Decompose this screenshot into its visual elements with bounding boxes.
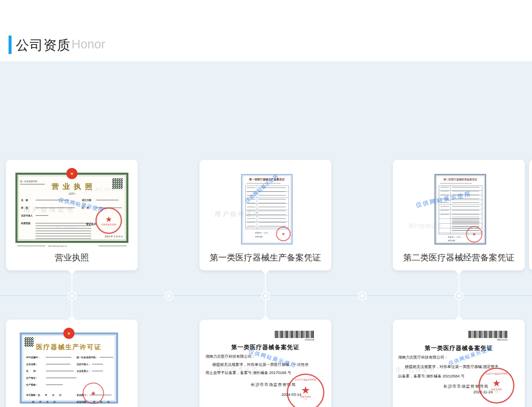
gray-watermark: 用户自传证书 xyxy=(217,366,259,373)
text-line-placeholder xyxy=(46,371,74,371)
field-label: 住 所： xyxy=(26,370,38,373)
stamp-ring-text: 长沙市市场监督管理局 xyxy=(480,372,513,375)
cert-title: 第二类医疗器械经营备案凭证 xyxy=(436,178,485,182)
text-lines-placeholder xyxy=(17,245,45,248)
timeline-dot xyxy=(167,294,171,298)
card-class1-record-2022[interactable]: RBSXOCR1 第一类医疗器械备案凭证 湖南力宾医疗科技有限公司： 根据相关法… xyxy=(393,320,525,407)
licence-period-line2: 至 年 月 日 xyxy=(32,401,56,404)
red-stamp-icon: ★ xyxy=(466,226,482,242)
barcode-label: 07MION48 xyxy=(275,339,314,341)
red-stamp-icon: ★ xyxy=(276,227,291,241)
text-line-placeholder xyxy=(46,377,77,378)
record-date-label: 备案日期： xyxy=(448,239,457,242)
gray-watermark: 用户自传证书 xyxy=(408,222,442,230)
record-dept-label: 备案部门（公章）： xyxy=(448,236,464,238)
faint-watermark: SCJDGL xyxy=(55,224,80,230)
text-line-placeholder xyxy=(92,364,103,365)
card-business-license[interactable]: ★ 统一社会信用代码 营业执照 （副本） 名 称 类 型 法定代表人 经营范围 … xyxy=(6,160,138,270)
timeline-dot xyxy=(360,294,364,298)
text-line-placeholder xyxy=(36,215,48,216)
gray-watermark: 用户自传证书 xyxy=(215,210,261,218)
red-stamp-icon: ★ xyxy=(83,383,104,404)
red-stamp-icon: 长沙市市场监督管理局 ★ 审核专用章 1-3 xyxy=(479,368,514,404)
gray-watermark: 用户自传证书 xyxy=(395,367,435,374)
card-class1-production-record[interactable]: 第一类医疗器械生产备案凭证 备案部门（公章）： 备案日期： ★ 用户自传证书 仅… xyxy=(199,160,331,270)
text-line-placeholder xyxy=(46,357,71,358)
registrar-label: 登记机关 xyxy=(86,222,96,226)
footer-url: http://www.gsxt.gov.cn xyxy=(48,245,67,247)
card-tail-down xyxy=(68,270,76,275)
section-title: 公司资质 xyxy=(16,36,71,54)
gray-watermark: 用户自传证书 xyxy=(24,206,75,214)
stamp-ring-text: 长沙市市场监督管理局 xyxy=(288,378,323,381)
issue-date: 2024-03-14 xyxy=(282,392,301,397)
section-subtitle: Honor xyxy=(71,37,105,51)
issue-date: 2022-11-24 xyxy=(473,390,493,394)
stamp-sub-label: 1-3 xyxy=(304,398,307,400)
text-lines-placeholder xyxy=(259,187,286,227)
text-line-placeholder xyxy=(440,183,472,184)
card-tail-down xyxy=(262,270,269,275)
cert-subtitle: （副本） xyxy=(18,192,126,196)
card-production-licence[interactable]: ★ 医疗器械生产许可证 许可证编号： 企业名称： 住 所： 生产地址： 生产范围… xyxy=(6,320,138,407)
field-label: 法定代表人 xyxy=(21,214,33,217)
field-label: 许可证编号： xyxy=(26,356,40,359)
cert-title: 第一类医疗器械备案凭证 xyxy=(393,344,525,352)
text-line-placeholder xyxy=(46,384,63,385)
national-emblem-icon: ★ xyxy=(66,168,77,179)
text-line-placeholder xyxy=(100,357,113,358)
card-class1-record-2024[interactable]: 07MION48 第一类医疗器械备案凭证 湖南力宾医疗科技有限公司： 根据相关法… xyxy=(199,320,331,407)
page: { "header": { "title": "公司资质", "subtitle… xyxy=(0,0,532,407)
timeline-dot xyxy=(264,294,267,298)
barcode-label: RBSXOCR1 xyxy=(468,339,508,341)
record-date-label: 备案日期： xyxy=(255,236,264,238)
card-caption: 营业执照 xyxy=(6,252,138,263)
body-line: 以备案，备案号:湘长械备 20210584 号 xyxy=(398,374,465,379)
issue-date: 2023 年 3 月 9 日 xyxy=(105,235,123,238)
card-tail-up xyxy=(455,315,463,320)
accent-bar xyxy=(9,36,12,54)
licence-period-line: 许可期限：自 年 月 日 xyxy=(26,394,62,397)
field-label: 经营范围 xyxy=(21,222,30,225)
barcode-icon xyxy=(275,331,314,338)
record-dept-label: 备案部门（公章）： xyxy=(255,232,271,234)
card-caption: 第二类医疗器械经营备案凭证 xyxy=(393,252,525,263)
card-tail-up xyxy=(68,315,76,320)
national-emblem-icon: ★ xyxy=(63,328,74,339)
text-line-placeholder xyxy=(92,371,103,371)
field-label: 企业名称： xyxy=(26,363,38,366)
body-line: 湖南力宾医疗科技有限公司： xyxy=(398,355,448,360)
stamp-label: 行政审批专用章 xyxy=(101,223,116,226)
card-tail-up xyxy=(262,315,269,320)
page-header: 公司资质 Honor xyxy=(0,0,532,61)
honor-section: ★ 统一社会信用代码 营业执照 （副本） 名 称 类 型 法定代表人 经营范围 … xyxy=(0,61,532,407)
stamp-sub-label: 1-3 xyxy=(495,391,498,393)
card-tail-down xyxy=(455,270,463,275)
barcode-icon xyxy=(468,331,508,338)
field-label: 名 称 xyxy=(21,199,28,202)
text-line-placeholder xyxy=(96,200,119,201)
field-label: 企业负责人： xyxy=(77,370,91,373)
card-caption: 第一类医疗器械生产备案凭证 xyxy=(199,252,331,263)
text-lines-placeholder xyxy=(98,245,127,248)
business-license-image: ★ 统一社会信用代码 营业执照 （副本） 名 称 类 型 法定代表人 经营范围 … xyxy=(15,173,128,243)
timeline-dot xyxy=(70,294,74,298)
faint-watermark: SCJDGL xyxy=(95,187,119,192)
licence-image: ★ 医疗器械生产许可证 许可证编号： 企业名称： 住 所： 生产地址： 生产范围… xyxy=(20,332,118,404)
field-label: 法定代表人： xyxy=(77,363,91,366)
card-class2-operation-record[interactable]: 第二类医疗器械经营备案凭证 备案部门（公章）： 备案日期： ★ 仅供网站展示使用… xyxy=(393,160,525,270)
cert-title: 医疗器械生产许可证 xyxy=(22,343,116,351)
red-stamp-icon: 长沙市市场监督管理局 ★ 审核专用章 1-3 xyxy=(287,374,324,407)
text-line-placeholder xyxy=(46,364,71,365)
certificate-image: 第二类医疗器械经营备案凭证 备案部门（公章）： 备案日期： ★ xyxy=(434,174,486,245)
field-label: 生产范围： xyxy=(26,383,38,386)
field-label: 生产地址： xyxy=(26,377,38,380)
card-partial-next[interactable] xyxy=(529,160,532,270)
timeline-dot xyxy=(457,294,461,298)
field-label: 统一社会信用代码： xyxy=(77,356,98,359)
cert-title: 第一类医疗器械备案凭证 xyxy=(199,344,331,351)
